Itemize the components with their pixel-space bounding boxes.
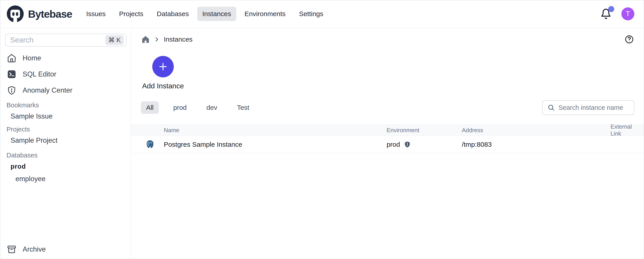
- user-avatar[interactable]: T: [622, 7, 634, 20]
- unread-notification-dot: [608, 6, 614, 12]
- sidebar-item-label: Anomaly Center: [22, 86, 72, 94]
- search-icon: [548, 104, 555, 111]
- notifications-button[interactable]: [600, 8, 612, 19]
- instance-environment: prod: [386, 141, 400, 148]
- breadcrumb-home-icon[interactable]: [141, 35, 150, 44]
- nav-item-projects[interactable]: Projects: [114, 7, 148, 21]
- instance-search-input[interactable]: [558, 104, 630, 111]
- instance-name: Postgres Sample Instance: [164, 141, 242, 148]
- plus-icon: [158, 61, 168, 72]
- help-icon[interactable]: [624, 35, 634, 44]
- instance-table-row[interactable]: Postgres Sample Instance prod /tmp:8083: [131, 136, 644, 153]
- home-icon: [7, 53, 16, 63]
- sidebar-search-input[interactable]: [10, 36, 105, 44]
- nav-item-environments[interactable]: Environments: [239, 7, 291, 21]
- sidebar-item-home[interactable]: Home: [0, 50, 131, 66]
- breadcrumb: Instances: [131, 28, 644, 51]
- nav-item-issues[interactable]: Issues: [81, 7, 111, 21]
- instance-table-header: Name Environment Address External Link: [131, 125, 644, 136]
- instance-search-box[interactable]: [542, 100, 634, 115]
- env-tab-test[interactable]: Test: [232, 101, 254, 114]
- nav-item-instances[interactable]: Instances: [197, 7, 236, 21]
- search-shortcut-badge: ⌘ K: [105, 35, 124, 45]
- archive-icon: [7, 245, 16, 254]
- env-tab-prod[interactable]: prod: [168, 101, 192, 114]
- main-content: Instances Add Instance All prod de: [131, 28, 644, 259]
- sidebar-item-label: Home: [22, 54, 41, 62]
- shield-alert-icon: [7, 86, 16, 95]
- primary-nav: Issues Projects Databases Instances Envi…: [81, 7, 328, 21]
- topnav-right: T: [600, 7, 634, 20]
- breadcrumb-current: Instances: [164, 35, 192, 43]
- env-tab-all[interactable]: All: [141, 101, 158, 114]
- instance-table: Name Environment Address External Link P…: [131, 125, 644, 153]
- bytebase-logo-icon: [6, 5, 24, 23]
- sidebar-item-anomaly-center[interactable]: Anomaly Center: [0, 82, 131, 98]
- column-header-environment: Environment: [386, 127, 462, 134]
- sidebar-spacer: [0, 185, 131, 241]
- sidebar-search-box[interactable]: ⌘ K: [5, 33, 126, 46]
- sidebar: ⌘ K Home SQL Editor: [0, 28, 131, 259]
- sidebar-section-projects: Projects: [0, 124, 131, 134]
- sidebar-section-bookmarks: Bookmarks: [0, 100, 131, 110]
- sidebar-item-sample-project[interactable]: Sample Project: [0, 134, 131, 147]
- add-instance-button[interactable]: [152, 56, 174, 77]
- protected-environment-shield-icon: [404, 141, 411, 148]
- sidebar-item-archive[interactable]: Archive: [0, 241, 131, 258]
- instance-address: /tmp:8083: [462, 141, 610, 148]
- instance-filter-row: All prod dev Test: [141, 100, 634, 115]
- app-window: Bytebase Issues Projects Databases Insta…: [0, 0, 644, 259]
- add-instance-label: Add Instance: [142, 82, 184, 90]
- env-tab-dev[interactable]: dev: [201, 101, 222, 114]
- sidebar-item-label: SQL Editor: [22, 70, 56, 78]
- sidebar-item-sql-editor[interactable]: SQL Editor: [0, 66, 131, 82]
- top-navbar: Bytebase Issues Projects Databases Insta…: [0, 0, 644, 28]
- add-instance-block: Add Instance: [142, 56, 184, 90]
- column-header-address: Address: [462, 127, 610, 134]
- terminal-icon: [7, 70, 16, 79]
- sidebar-item-env-prod[interactable]: prod: [0, 160, 131, 173]
- postgresql-icon: [145, 140, 155, 149]
- nav-item-settings[interactable]: Settings: [294, 7, 328, 21]
- sidebar-section-databases: Databases: [0, 150, 131, 160]
- nav-item-databases[interactable]: Databases: [152, 7, 194, 21]
- sidebar-item-db-employee[interactable]: employee: [0, 173, 131, 185]
- chevron-right-icon: [154, 36, 160, 43]
- sidebar-item-label: Archive: [22, 245, 46, 254]
- bytebase-logo[interactable]: Bytebase: [6, 5, 72, 23]
- column-header-name: Name: [131, 127, 386, 134]
- sidebar-item-sample-issue[interactable]: Sample Issue: [0, 110, 131, 123]
- column-header-external-link: External Link: [610, 123, 644, 137]
- brand-name: Bytebase: [28, 8, 72, 20]
